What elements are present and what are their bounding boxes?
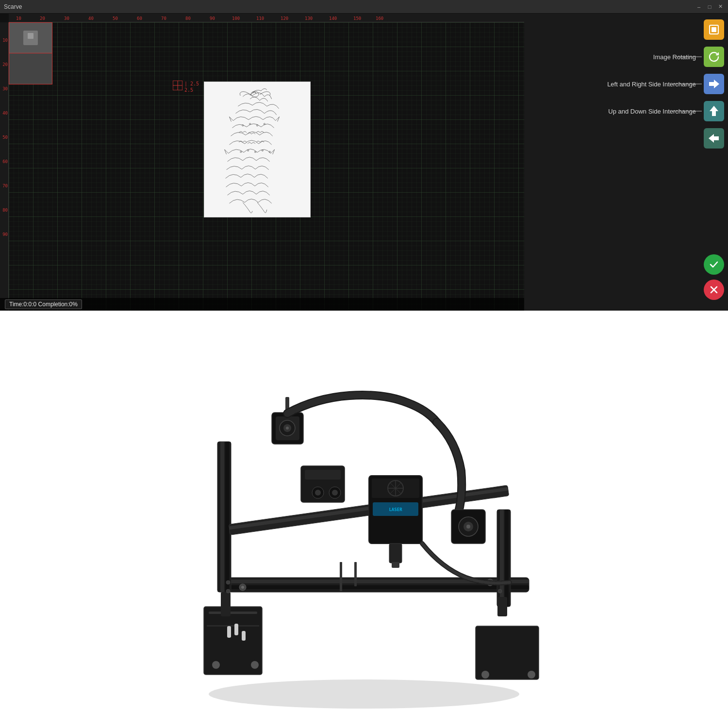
up-down-label: Up and Down Side Interchange xyxy=(528,108,696,115)
ruler-h-30: 30 xyxy=(64,16,69,21)
svg-rect-17 xyxy=(711,27,716,32)
svg-rect-41 xyxy=(225,442,229,592)
svg-marker-22 xyxy=(710,106,718,116)
ruler-h-20: 20 xyxy=(40,16,45,21)
svg-rect-78 xyxy=(340,562,342,591)
status-bar: Time:0:0:0 Completion:0% xyxy=(0,298,524,311)
ruler-v-60: 60 xyxy=(2,159,8,164)
ruler-h-100: 100 xyxy=(232,16,240,21)
svg-rect-88 xyxy=(242,631,246,641)
svg-rect-79 xyxy=(354,562,357,586)
svg-rect-86 xyxy=(227,626,231,638)
ruler-h-140: 140 xyxy=(329,16,337,21)
thumb-bottom xyxy=(9,53,52,84)
tool-row-5 xyxy=(528,127,724,149)
svg-rect-5 xyxy=(204,82,310,216)
ruler-h-130: 130 xyxy=(305,16,313,21)
minimize-button[interactable]: – xyxy=(695,3,703,11)
svg-point-85 xyxy=(498,589,502,593)
svg-rect-29 xyxy=(209,612,257,614)
tool-button-orange[interactable] xyxy=(704,19,724,40)
ruler-h-80: 80 xyxy=(185,16,191,21)
confirm-button[interactable] xyxy=(704,254,724,275)
ruler-h-150: 150 xyxy=(353,16,361,21)
svg-marker-23 xyxy=(709,134,719,143)
svg-point-84 xyxy=(226,589,230,593)
crosshair-x: | 2.5 xyxy=(184,81,199,86)
ruler-v-50: 50 xyxy=(2,135,8,140)
tool-row-ud: Up and Down Side Interchange xyxy=(528,100,724,122)
up-down-button[interactable] xyxy=(704,101,724,121)
ruler-v-70: 70 xyxy=(2,183,8,188)
svg-point-27 xyxy=(209,679,519,709)
ruler-v-30: 30 xyxy=(2,86,8,91)
rotate-button[interactable] xyxy=(704,47,724,67)
svg-rect-81 xyxy=(497,597,507,616)
svg-point-56 xyxy=(315,490,321,496)
svg-rect-69 xyxy=(392,562,399,568)
svg-point-31 xyxy=(251,661,259,669)
ruler-h-40: 40 xyxy=(88,16,94,21)
thumb-top xyxy=(9,22,52,53)
canvas-area: 10 20 30 40 50 60 70 80 90 100 110 120 1… xyxy=(0,14,524,311)
ruler-h-50: 50 xyxy=(113,16,118,21)
crosshair-y: 2.5 xyxy=(184,87,193,93)
title-bar: Scarve – □ ✕ xyxy=(0,0,728,14)
svg-rect-40 xyxy=(220,442,224,592)
app-title: Scarve xyxy=(4,3,22,10)
tool-row-rotate: Image Rotating xyxy=(528,46,724,68)
left-right-label: Left and Right Side Interchange xyxy=(528,81,696,88)
left-right-button[interactable] xyxy=(704,74,724,94)
tool-row-1 xyxy=(528,18,724,41)
extra-tool-button[interactable] xyxy=(704,128,724,149)
svg-point-75 xyxy=(241,586,244,589)
svg-rect-80 xyxy=(221,592,231,616)
ruler-h-60: 60 xyxy=(137,16,142,21)
svg-point-58 xyxy=(332,490,338,496)
cancel-button[interactable] xyxy=(704,280,724,300)
ruler-h-110: 110 xyxy=(256,16,264,21)
svg-rect-38 xyxy=(218,585,529,589)
ruler-h-120: 120 xyxy=(281,16,288,21)
svg-point-82 xyxy=(226,580,230,584)
svg-rect-44 xyxy=(505,510,509,607)
maximize-button[interactable]: □ xyxy=(706,3,713,11)
ruler-h-70: 70 xyxy=(161,16,166,21)
svg-rect-87 xyxy=(234,624,238,635)
ruler-v-80: 80 xyxy=(2,208,8,213)
ruler-v-90: 90 xyxy=(2,232,8,237)
svg-point-34 xyxy=(481,671,489,678)
close-button[interactable]: ✕ xyxy=(716,3,724,11)
svg-rect-1 xyxy=(28,33,33,39)
ruler-top: 10 20 30 40 50 60 70 80 90 100 110 120 1… xyxy=(9,14,524,22)
svg-rect-54 xyxy=(305,470,341,480)
right-sidebar: Image Rotating Left and Right Side Inter… xyxy=(524,14,728,311)
cancel-row xyxy=(528,279,724,301)
crosshair-marker xyxy=(173,81,182,90)
svg-text:LASER: LASER xyxy=(389,507,402,512)
svg-point-30 xyxy=(212,661,220,669)
machine-illustration: LASER xyxy=(146,325,582,713)
ruler-v-20: 20 xyxy=(2,62,8,67)
ruler-left: 10 20 30 40 50 60 70 80 90 xyxy=(0,22,9,311)
tool-row-lr: Left and Right Side Interchange xyxy=(528,73,724,95)
svg-rect-32 xyxy=(207,625,259,627)
machine-photo: LASER xyxy=(0,311,728,728)
svg-rect-68 xyxy=(389,544,402,563)
confirm-row xyxy=(528,253,724,276)
ruler-h-10: 10 xyxy=(16,16,21,21)
image-rotating-label: Image Rotating xyxy=(528,53,696,61)
app-window: Scarve – □ ✕ 10 20 30 40 50 60 70 80 90 … xyxy=(0,0,728,311)
status-text: Time:0:0:0 Completion:0% xyxy=(5,299,82,309)
dragon-image xyxy=(204,82,311,217)
svg-marker-20 xyxy=(709,80,719,88)
svg-point-35 xyxy=(528,671,535,678)
svg-point-73 xyxy=(466,525,470,529)
window-controls: – □ ✕ xyxy=(695,3,724,11)
thumbnail xyxy=(9,22,52,84)
svg-point-51 xyxy=(286,427,289,430)
ruler-v-10: 10 xyxy=(2,38,8,43)
crosshair-label: | 2.5 2.5 xyxy=(184,81,199,93)
ruler-h-90: 90 xyxy=(210,16,215,21)
ruler-v-40: 40 xyxy=(2,111,8,116)
